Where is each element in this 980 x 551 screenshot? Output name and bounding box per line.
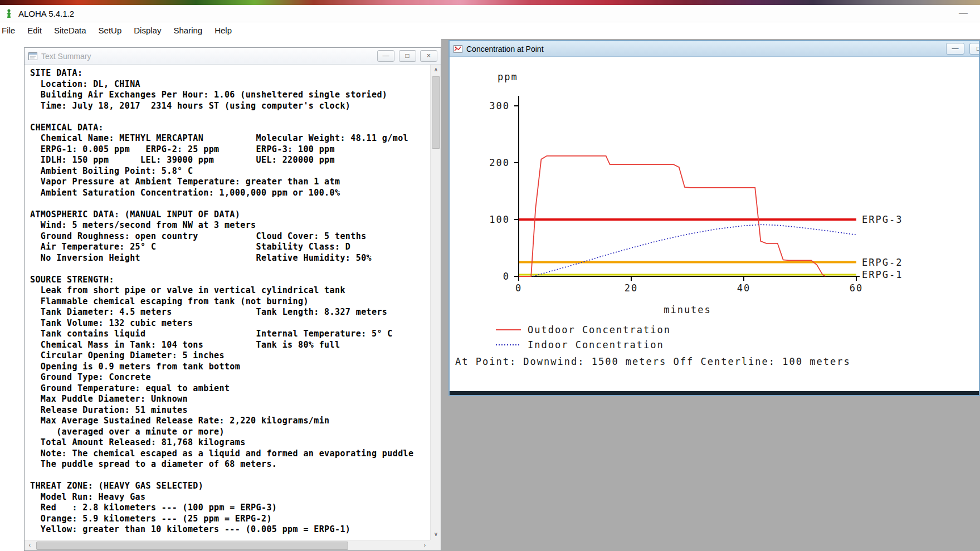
text-summary-icon xyxy=(28,52,37,60)
vertical-scrollbar[interactable]: ∧ ∨ xyxy=(430,65,441,540)
svg-text:60: 60 xyxy=(850,282,863,294)
svg-text:0: 0 xyxy=(503,271,510,282)
scrollbar-corner xyxy=(430,540,441,550)
scroll-left-arrow[interactable]: ‹ xyxy=(25,540,35,550)
aloha-app-icon xyxy=(4,8,14,18)
screen: ALOHA 5.4.1.2 — FileEditSiteDataSetUpDis… xyxy=(0,0,980,551)
svg-text:200: 200 xyxy=(489,157,510,168)
menu-item-sharing[interactable]: Sharing xyxy=(167,22,208,39)
svg-text:minutes: minutes xyxy=(664,304,711,315)
menu-item-edit[interactable]: Edit xyxy=(21,22,48,39)
svg-text:20: 20 xyxy=(625,282,638,294)
menu-item-display[interactable]: Display xyxy=(128,22,167,39)
menu-item-file[interactable]: File xyxy=(0,22,21,39)
svg-text:100: 100 xyxy=(489,214,510,225)
app-title: ALOHA 5.4.1.2 xyxy=(18,9,74,18)
svg-text:Outdoor Concentration: Outdoor Concentration xyxy=(528,324,671,335)
menu-bar: FileEditSiteDataSetUpDisplaySharingHelp xyxy=(0,22,980,39)
svg-text:Indoor Concentration: Indoor Concentration xyxy=(528,339,664,350)
svg-text:300: 300 xyxy=(489,100,510,111)
svg-text:0: 0 xyxy=(515,282,522,294)
svg-text:ERPG-1: ERPG-1 xyxy=(862,269,903,280)
app-titlebar[interactable]: ALOHA 5.4.1.2 — xyxy=(0,5,980,22)
text-summary-window-controls: — □ × xyxy=(376,50,437,62)
svg-text:At Point: Downwind: 1500: At Point: Downwind: 1500 meters Off Cent… xyxy=(455,356,851,367)
menu-item-setup[interactable]: SetUp xyxy=(92,22,128,39)
menu-item-help[interactable]: Help xyxy=(208,22,238,39)
scroll-up-arrow[interactable]: ∧ xyxy=(431,65,441,75)
maximize-button[interactable]: □ xyxy=(969,43,979,55)
close-button[interactable]: × xyxy=(420,50,437,62)
horizontal-scrollbar[interactable]: ‹ › xyxy=(25,540,430,550)
svg-text:ppm: ppm xyxy=(498,71,518,82)
scroll-down-arrow[interactable]: ∨ xyxy=(431,529,441,540)
minimize-button[interactable]: — xyxy=(377,50,394,62)
text-summary-titlebar[interactable]: Text Summary — □ × xyxy=(25,48,441,65)
concentration-window: Concentration at Point — □ 0100200300020… xyxy=(448,40,980,396)
mdi-area: Text Summary — □ × SITE DATA: Location: … xyxy=(0,39,980,551)
svg-text:ERPG-3: ERPG-3 xyxy=(862,214,903,225)
svg-text:40: 40 xyxy=(737,282,750,294)
svg-text:ERPG-2: ERPG-2 xyxy=(862,257,903,268)
desktop-wallpaper-strip xyxy=(0,0,980,5)
text-summary-title: Text Summary xyxy=(41,52,91,61)
vertical-scroll-thumb[interactable] xyxy=(432,76,440,149)
restore-button[interactable]: □ xyxy=(399,50,416,62)
app-minimize-button[interactable]: — xyxy=(954,5,972,22)
scroll-right-arrow[interactable]: › xyxy=(420,540,430,550)
text-summary-body: SITE DATA: Location: DL, CHINA Building … xyxy=(25,65,441,550)
concentration-body: 01002003000204060ppmminutesERPG-3ERPG-2E… xyxy=(450,57,979,391)
chart-icon xyxy=(454,45,462,53)
concentration-bottom-strip xyxy=(450,391,979,395)
menu-item-sitedata[interactable]: SiteData xyxy=(48,22,92,39)
minimize-button[interactable]: — xyxy=(946,43,964,55)
concentration-titlebar[interactable]: Concentration at Point — □ xyxy=(450,41,979,57)
text-summary-window: Text Summary — □ × SITE DATA: Location: … xyxy=(24,47,441,551)
concentration-title: Concentration at Point xyxy=(466,45,544,53)
concentration-chart: 01002003000204060ppmminutesERPG-3ERPG-2E… xyxy=(450,57,979,391)
text-summary-content: SITE DATA: Location: DL, CHINA Building … xyxy=(30,68,430,540)
horizontal-scroll-thumb[interactable] xyxy=(36,542,348,550)
